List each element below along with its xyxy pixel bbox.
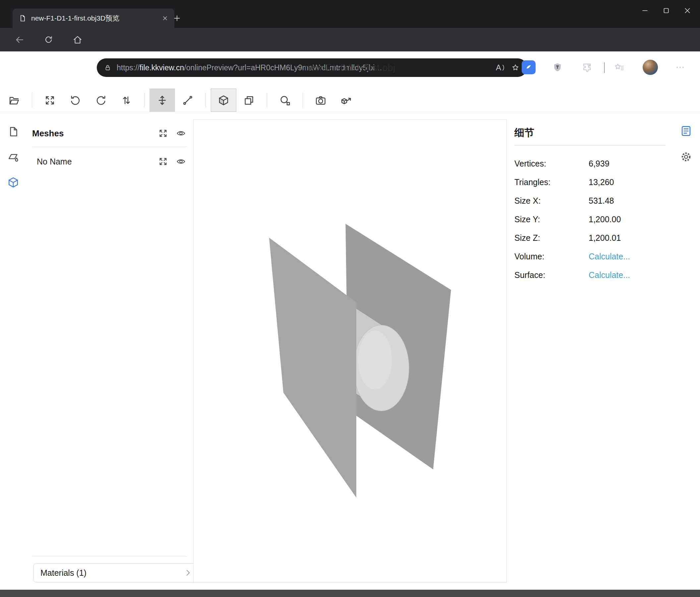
toolbar-divider (0, 112, 700, 112)
toolbar-separator (303, 93, 303, 108)
model-cylinder-highlight (358, 331, 392, 390)
browser-navbar: https://file.kkview.cn/onlinePreview?url… (0, 28, 700, 51)
meshes-header: Meshes (32, 128, 151, 139)
fit-view-tool[interactable] (37, 89, 62, 112)
details-panel: 细节 Vertices: 6,939 Triangles: 13,260 Siz… (515, 120, 666, 284)
new-tab-button[interactable] (170, 11, 184, 26)
tab-close-icon[interactable] (162, 15, 168, 22)
3d-canvas[interactable] (193, 119, 507, 583)
toolbar-separator (32, 93, 32, 108)
detail-row-surface: Surface: Calculate... (515, 266, 666, 284)
back-button[interactable] (12, 28, 27, 51)
detail-row-size-y: Size Y: 1,200.00 (515, 210, 666, 229)
viewer-toolbar (1, 89, 359, 112)
model-panel-icon[interactable] (6, 175, 21, 190)
browser-tab[interactable]: new-F1-D1-1-first.obj3D预览 (12, 9, 174, 28)
rotate-right-tool[interactable] (88, 89, 114, 112)
mesh-visibility-eye-icon[interactable] (175, 156, 186, 167)
swap-vertical-tool[interactable] (114, 89, 139, 112)
toolbar-separator (267, 93, 267, 108)
window-maximize-button[interactable] (656, 0, 677, 21)
surface-calculate-link[interactable]: Calculate... (589, 270, 630, 280)
mesh-name: No Name (37, 157, 151, 167)
page-favicon-icon (19, 14, 26, 22)
screenshot-tool[interactable] (308, 89, 333, 112)
file-info-panel-icon[interactable] (6, 124, 21, 139)
refresh-button[interactable] (41, 28, 56, 51)
panel-bottom-divider (32, 556, 186, 556)
open-file-tool[interactable] (1, 89, 27, 112)
orthographic-view-tool[interactable] (236, 89, 262, 112)
chevron-right-icon (184, 569, 192, 577)
toolbar-separator (205, 93, 206, 108)
meshes-visibility-eye-icon[interactable] (175, 128, 186, 139)
window-minimize-button[interactable] (634, 0, 656, 21)
measure-line-tool[interactable] (175, 89, 201, 112)
materials-button[interactable]: Materials (1) (33, 563, 199, 582)
model-left-plane (269, 237, 356, 498)
bottom-bar (0, 590, 700, 597)
window-close-button[interactable] (677, 0, 698, 21)
tab-title: new-F1-D1-1-first.obj3D预览 (31, 14, 157, 23)
details-list-icon[interactable] (678, 123, 694, 139)
meshes-fit-icon[interactable] (157, 128, 169, 139)
toolbar-separator (144, 93, 145, 108)
detail-row-volume: Volume: Calculate... (515, 247, 666, 266)
page-title: new-F1-D1-1-first.obj (0, 62, 700, 73)
zoom-region-tool[interactable] (272, 89, 298, 112)
export-model-tool[interactable] (333, 89, 359, 112)
3d-model-render (194, 120, 506, 582)
mesh-list-item[interactable]: No Name (32, 147, 186, 176)
detail-row-size-x: Size X: 531.48 (515, 191, 666, 210)
detail-row-vertices: Vertices: 6,939 (515, 154, 666, 173)
detail-row-size-z: Size Z: 1,200.01 (515, 229, 666, 247)
details-header: 细节 (515, 120, 666, 145)
materials-button-label: Materials (1) (41, 568, 184, 578)
home-button[interactable] (70, 28, 85, 51)
materials-panel-icon[interactable] (6, 150, 21, 165)
mesh-fit-icon[interactable] (157, 156, 169, 167)
rotate-left-tool[interactable] (62, 89, 88, 112)
detail-row-triangles: Triangles: 13,260 (515, 173, 666, 191)
volume-calculate-link[interactable]: Calculate... (589, 252, 630, 261)
meshes-panel: Meshes No Name (32, 120, 186, 176)
browser-titlebar: new-F1-D1-1-first.obj3D预览 (0, 0, 700, 28)
move-vertical-tool[interactable] (149, 89, 175, 112)
perspective-view-tool[interactable] (211, 89, 236, 112)
settings-gear-icon[interactable] (678, 149, 694, 165)
